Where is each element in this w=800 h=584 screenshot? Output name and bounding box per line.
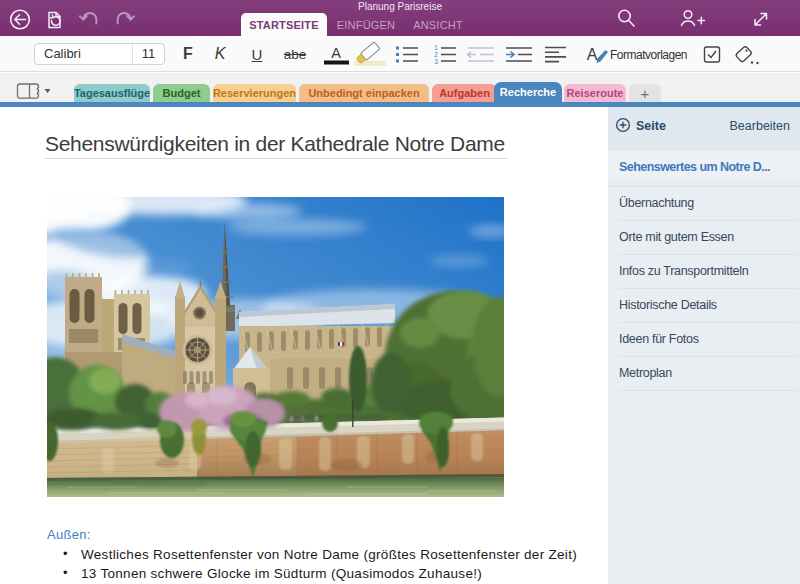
svg-text:A: A [587,46,598,63]
svg-text:A: A [331,45,341,61]
svg-text:3: 3 [434,58,438,65]
svg-text:Formatvorlagen: Formatvorlagen [610,48,687,62]
svg-text:1: 1 [434,44,438,51]
svg-text:2: 2 [434,51,438,58]
